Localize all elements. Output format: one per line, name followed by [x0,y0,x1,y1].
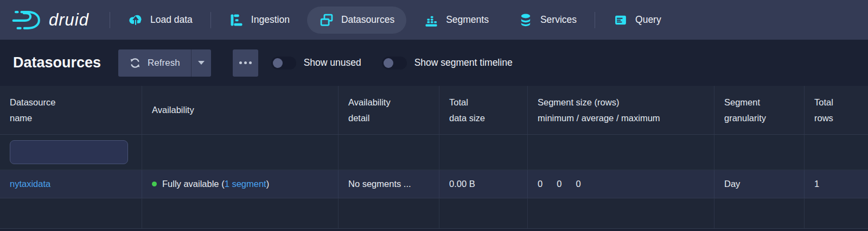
segment-count-link[interactable]: 1 segment [225,179,266,189]
cloud-upload-icon [128,13,143,28]
druid-wordmark: druid [49,10,89,30]
show-unused-toggle[interactable] [271,57,296,70]
console-icon [613,13,628,28]
table-empty-row [0,198,868,229]
cell-segment-sizes: 0 0 0 [528,170,714,198]
column-header-segment-granularity[interactable]: Segment granularity [714,86,805,134]
column-header-segment-size[interactable]: Segment size (rows) minimum / average / … [528,86,714,134]
cell-datasource-name: nytaxidata [0,170,142,198]
filter-cell-datasource-name [0,135,142,170]
nav-item-label: Load data [150,14,193,26]
nav-divider [210,12,211,28]
column-header-availability-detail[interactable]: Availability detail [339,86,439,134]
druid-logo[interactable]: druid [12,8,106,32]
more-options-button[interactable] [233,49,258,77]
status-dot-icon [152,182,157,186]
toggle-knob [273,58,283,68]
segment-size-max: 0 [576,179,580,189]
show-segment-timeline-label: Show segment timeline [414,57,513,68]
datasource-name-filter-input[interactable] [10,140,128,164]
cell-availability-detail: No segments ... [339,170,439,198]
cell-availability: Fully available (1 segment) [142,170,339,198]
bar-chart-icon [424,13,439,28]
nav-item-query[interactable]: Query [601,7,673,34]
top-navbar: druid Load data [0,0,868,40]
table-row-nytaxidata: nytaxidata Fully available (1 segment) N… [0,170,868,198]
druid-logo-icon [12,8,42,32]
refresh-icon [129,57,141,69]
nav-divider [110,12,110,28]
segment-size-min: 0 [538,179,542,189]
column-header-availability[interactable]: Availability [142,86,339,134]
toggle-knob [384,58,393,68]
gantt-chart-icon [229,13,244,28]
column-header-total-rows[interactable]: Total rows [805,86,868,134]
nav-item-label: Services [540,14,577,26]
layers-icon [319,13,334,28]
chevron-down-icon [198,61,205,65]
nav-item-load-data[interactable]: Load data [116,7,205,34]
nav-item-label: Query [635,14,661,26]
refresh-button[interactable]: Refresh [118,49,191,77]
datasources-toolbar: Datasources Refresh [0,40,868,86]
nav-item-segments[interactable]: Segments [412,7,501,34]
segment-size-avg: 0 [557,179,561,189]
nav-divider [595,12,595,28]
nav-item-services[interactable]: Services [506,7,589,34]
refresh-split-button: Refresh [118,49,211,77]
datasource-link[interactable]: nytaxidata [10,179,50,189]
page-title: Datasources [13,54,101,71]
availability-text-suffix: ) [266,179,270,189]
show-segment-timeline-toggle[interactable] [382,57,407,70]
datasources-table: Datasource name Availability Availabilit… [0,86,868,229]
nav-item-ingestion[interactable]: Ingestion [217,7,302,34]
more-icon [239,61,252,64]
show-unused-label: Show unused [304,57,361,68]
cell-total-data-size: 0.00 B [439,170,528,198]
table-header-row: Datasource name Availability Availabilit… [0,86,868,135]
refresh-dropdown-button[interactable] [191,49,211,77]
column-header-datasource-name[interactable]: Datasource name [0,86,142,134]
availability-text: Fully available ( [162,179,225,189]
nav-item-label: Segments [446,14,489,26]
cell-total-rows: 1 [805,170,868,198]
nav-item-datasources[interactable]: Datasources [307,7,406,34]
druid-console: druid Load data [0,0,868,231]
database-icon [518,13,533,28]
nav-item-label: Datasources [341,14,394,26]
nav-item-label: Ingestion [251,14,290,26]
table-filter-row [0,135,868,170]
cell-segment-granularity: Day [714,170,805,198]
column-header-total-data-size[interactable]: Total data size [439,86,528,134]
refresh-button-label: Refresh [148,58,180,68]
